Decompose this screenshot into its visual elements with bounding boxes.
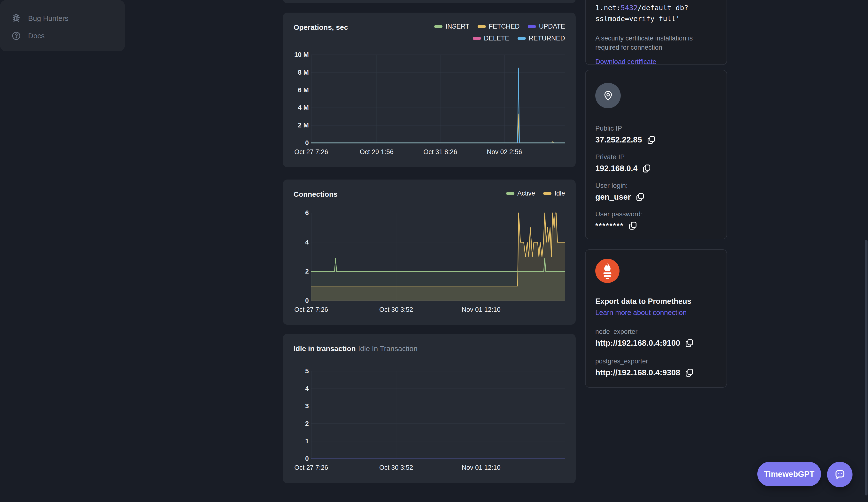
- user-login-label: User login:: [595, 182, 718, 190]
- public-ip-value: 37.252.22.85: [595, 134, 642, 145]
- y-label: 1: [286, 437, 309, 445]
- y-label: 2: [286, 420, 309, 428]
- code-line-2: sslmode=verify-full': [595, 13, 718, 24]
- legend-chip: [478, 25, 486, 28]
- public-ip-label: Public IP: [595, 124, 718, 133]
- copy-icon[interactable]: [628, 221, 638, 230]
- legend-item[interactable]: FETCHED: [478, 23, 520, 30]
- dashboard-page: { "sidebar": { "items": [ { "label": "Bu…: [0, 0, 868, 502]
- user-password-value: ********: [595, 220, 624, 231]
- y-label: 4: [286, 385, 309, 392]
- legend-label: FETCHED: [489, 23, 520, 30]
- sidebar-item-label: Bug Hunters: [28, 14, 69, 22]
- connection-string-code: 1.net:5432/default_db? sslmode=verify-fu…: [595, 2, 718, 24]
- chart-title-sub: Idle In Transaction: [358, 345, 417, 352]
- legend-chip: [506, 192, 514, 195]
- prometheus-panel: Export data to Prometheus Learn more abo…: [585, 249, 727, 388]
- port-number: 5432: [621, 4, 638, 12]
- y-label: 6 M: [286, 86, 309, 94]
- sidebar-item-docs[interactable]: Docs: [11, 27, 125, 44]
- chart-title: Connections: [293, 190, 338, 198]
- x-label: Oct 27 7:26: [294, 306, 328, 314]
- y-label: 3: [286, 402, 309, 410]
- x-label: Oct 29 1:56: [360, 148, 394, 156]
- sidebar-item-bug-hunters[interactable]: Bug Hunters: [11, 10, 125, 27]
- postgres-exporter-label: postgres_exporter: [595, 357, 718, 365]
- copy-icon[interactable]: [642, 164, 651, 173]
- legend-label: RETURNED: [529, 35, 565, 42]
- previous-chart-panel-edge: [283, 0, 576, 3]
- node-exporter-url: http://192.168.0.4:9100: [595, 338, 680, 348]
- bug-icon: [11, 13, 21, 23]
- chat-bubble-icon: [834, 468, 846, 481]
- legend-chip: [434, 25, 443, 28]
- chat-button[interactable]: [827, 462, 852, 487]
- y-label: 8 M: [286, 69, 309, 76]
- legend-label: Idle: [554, 190, 565, 197]
- y-label: 6: [286, 209, 309, 217]
- scrollbar-thumb[interactable]: [865, 240, 868, 495]
- legend-item[interactable]: DELETE: [473, 35, 509, 42]
- y-label: 5: [286, 367, 309, 375]
- user-password-label: User password:: [595, 210, 718, 218]
- y-label: 2: [286, 267, 309, 275]
- copy-icon[interactable]: [684, 338, 694, 348]
- idle-transaction-chart-panel: Idle in transactionIdle In Transaction 5…: [283, 334, 576, 483]
- copy-icon[interactable]: [684, 368, 694, 378]
- x-label: Nov 01 12:10: [462, 306, 500, 314]
- y-label: 10 M: [286, 51, 309, 59]
- y-label: 0: [286, 139, 309, 147]
- legend-label: DELETE: [484, 35, 509, 42]
- copy-icon[interactable]: [647, 135, 656, 145]
- chart-title-main: Idle in transaction: [293, 345, 356, 352]
- operations-chart-panel: Operations, sec INSERTFETCHEDUPDATEDELET…: [283, 13, 576, 167]
- user-login-value: gen_user: [595, 192, 631, 202]
- private-ip-label: Private IP: [595, 153, 718, 161]
- legend-chip: [518, 37, 526, 40]
- chart-title: Operations, sec: [293, 23, 348, 31]
- legend-item[interactable]: Active: [506, 190, 535, 197]
- help-icon: [11, 31, 21, 41]
- prometheus-learn-more-link[interactable]: Learn more about connection: [595, 308, 686, 317]
- x-label: Oct 27 7:26: [294, 148, 328, 156]
- y-label: 2 M: [286, 121, 309, 129]
- y-label: 0: [286, 455, 309, 462]
- connection-string-panel: 1.net:5432/default_db? sslmode=verify-fu…: [585, 0, 727, 65]
- postgres-exporter-url: http://192.168.0.4:9308: [595, 367, 680, 378]
- prometheus-title: Export data to Prometheus: [595, 297, 718, 306]
- legend-label: INSERT: [445, 23, 469, 30]
- chart-legend: ActiveIdle: [506, 190, 565, 197]
- y-label: 4 M: [286, 104, 309, 111]
- location-avatar: [595, 83, 621, 108]
- legend-item[interactable]: RETURNED: [518, 35, 565, 42]
- network-info-panel: Public IP 37.252.22.85 Private IP 192.16…: [585, 70, 727, 239]
- download-certificate-link[interactable]: Download certificate: [595, 58, 656, 65]
- legend-chip: [543, 192, 551, 195]
- x-label: Oct 31 8:26: [423, 148, 457, 156]
- copy-icon[interactable]: [635, 192, 645, 202]
- y-label: 4: [286, 238, 309, 246]
- x-label: Oct 27 7:26: [294, 463, 328, 472]
- chart-legend: INSERTFETCHEDUPDATEDELETERETURNED: [395, 23, 565, 42]
- code-line-1: 1.net:5432/default_db?: [595, 2, 718, 13]
- x-label: Oct 30 3:52: [379, 306, 413, 314]
- private-ip-value: 192.168.0.4: [595, 163, 638, 174]
- x-label: Nov 01 12:10: [462, 463, 500, 472]
- certificate-note: A security certificate installation is r…: [595, 34, 709, 52]
- legend-item[interactable]: Idle: [543, 190, 565, 197]
- legend-item[interactable]: INSERT: [434, 23, 469, 30]
- node-exporter-label: node_exporter: [595, 328, 718, 336]
- y-label: 0: [286, 297, 309, 305]
- legend-chip: [473, 37, 481, 40]
- chart-title: Idle in transactionIdle In Transaction: [293, 345, 417, 353]
- legend-item[interactable]: UPDATE: [528, 23, 565, 30]
- connections-chart-panel: Connections ActiveIdle 6420Oct 27 7:26Oc…: [283, 180, 576, 325]
- sidebar-item-label: Docs: [28, 32, 44, 40]
- sidebar-panel: Bug Hunters Docs: [0, 0, 125, 51]
- legend-label: Active: [517, 190, 535, 197]
- timewebgpt-button[interactable]: TimewebGPT: [757, 462, 821, 486]
- x-label: Oct 30 3:52: [379, 463, 413, 472]
- location-pin-icon: [602, 90, 614, 102]
- x-label: Nov 02 2:56: [487, 148, 522, 156]
- legend-label: UPDATE: [539, 23, 565, 30]
